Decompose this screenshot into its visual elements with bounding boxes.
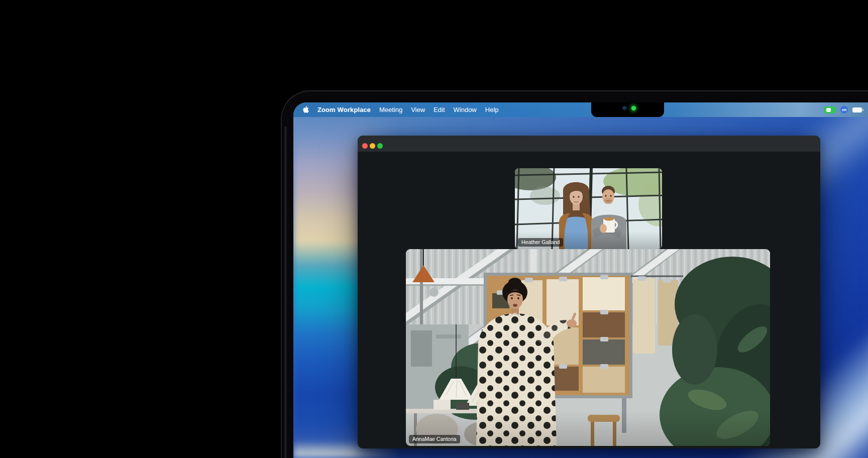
menu-edit[interactable]: Edit bbox=[433, 106, 445, 113]
participant-video-art-couple bbox=[515, 168, 662, 249]
menu-view[interactable]: View bbox=[411, 106, 425, 113]
macbook-edge-highlight bbox=[284, 127, 287, 458]
camera-status-light-icon bbox=[631, 106, 636, 110]
camera-notch bbox=[591, 102, 664, 117]
menu-app-name[interactable]: Zoom Workplace bbox=[317, 106, 371, 113]
video-tile-thumbnail[interactable]: Heather Galland bbox=[515, 168, 662, 249]
minimize-button[interactable] bbox=[370, 143, 375, 149]
participant-name-label: Heather Galland bbox=[518, 238, 563, 247]
video-camera-icon bbox=[826, 108, 833, 112]
camera-active-indicator-icon[interactable] bbox=[824, 106, 836, 113]
zoom-button[interactable] bbox=[377, 143, 383, 149]
menu-bar-status: zm bbox=[824, 106, 868, 113]
menu-bar: Zoom Workplace Meeting View Edit Window … bbox=[293, 102, 868, 117]
close-button[interactable] bbox=[362, 143, 368, 149]
apple-logo[interactable] bbox=[302, 106, 309, 113]
menu-window[interactable]: Window bbox=[454, 106, 477, 113]
menu-bar-left: Zoom Workplace Meeting View Edit Window … bbox=[293, 106, 499, 113]
zoom-app-icon[interactable]: zm bbox=[840, 106, 848, 113]
battery-icon[interactable] bbox=[852, 107, 862, 112]
video-tile-active-speaker[interactable]: AnnaMae Cantoria bbox=[406, 249, 770, 446]
window-title-bar[interactable] bbox=[358, 136, 820, 152]
macbook-screen: Zoom Workplace Meeting View Edit Window … bbox=[293, 102, 868, 458]
participant-video-art-speaker bbox=[406, 249, 770, 446]
menu-meeting[interactable]: Meeting bbox=[379, 106, 402, 113]
traffic-lights bbox=[362, 143, 383, 149]
screenshot-canvas: Zoom Workplace Meeting View Edit Window … bbox=[0, 0, 868, 458]
menu-help[interactable]: Help bbox=[485, 106, 499, 113]
zoom-meeting-window: Heather Galland bbox=[358, 136, 820, 448]
camera-lens-icon bbox=[622, 106, 627, 110]
participant-name-label: AnnaMae Cantoria bbox=[409, 435, 460, 444]
